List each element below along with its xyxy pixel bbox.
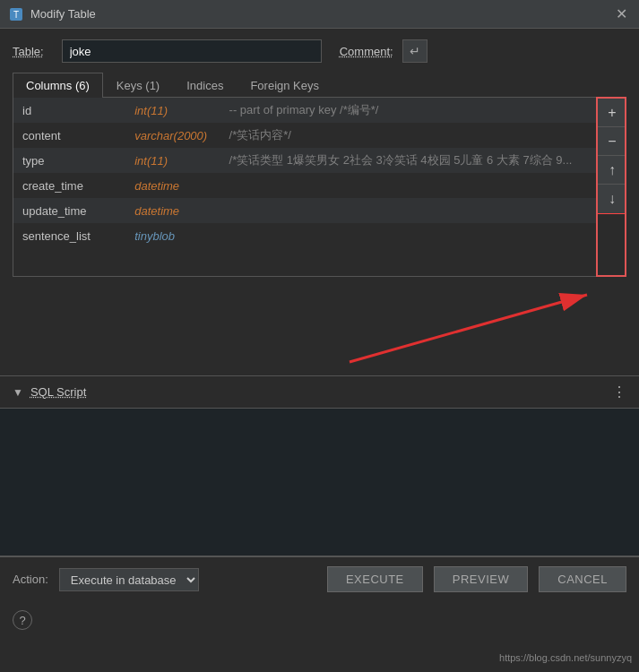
- column-comment: -- part of primary key /*编号*/: [220, 98, 597, 123]
- column-type: varchar(2000): [125, 123, 220, 148]
- column-name: type: [13, 148, 125, 173]
- table-name-input[interactable]: [62, 39, 322, 63]
- column-type: datetime: [125, 173, 220, 198]
- sql-chevron-icon: ▼: [13, 386, 23, 399]
- column-name: id: [13, 98, 125, 123]
- app-icon: T: [9, 7, 23, 22]
- column-type: datetime: [125, 198, 220, 223]
- svg-line-3: [350, 295, 587, 362]
- column-type: int(11): [125, 98, 220, 123]
- table-row[interactable]: idint(11)-- part of primary key /*编号*/: [13, 98, 597, 123]
- bottom-bar: Action: Execute in database EXECUTE PREV…: [0, 556, 639, 601]
- title-bar: T Modify Table ✕: [0, 0, 639, 29]
- columns-table: idint(11)-- part of primary key /*编号*/co…: [13, 98, 597, 276]
- column-comment: [220, 223, 597, 248]
- help-button[interactable]: ?: [13, 610, 32, 630]
- table-label: Table:: [13, 45, 44, 58]
- column-type: tinyblob: [125, 223, 220, 248]
- table-row[interactable]: update_timedatetime: [13, 198, 597, 223]
- table-row[interactable]: typeint(11)/*笑话类型 1爆笑男女 2社会 3冷笑话 4校园 5儿童…: [13, 148, 597, 173]
- column-type: int(11): [125, 148, 220, 173]
- window-title: Modify Table: [30, 7, 612, 21]
- move-down-button[interactable]: ↓: [598, 185, 626, 213]
- tab-columns[interactable]: Columns (6): [13, 73, 103, 98]
- add-row-button[interactable]: +: [598, 99, 626, 127]
- watermark: https://blog.csdn.net/sunnyzyq: [499, 652, 632, 663]
- column-comment: [220, 173, 597, 198]
- action-select[interactable]: Execute in database: [59, 568, 199, 591]
- preview-button[interactable]: PREVIEW: [434, 566, 528, 592]
- tabs-bar: Columns (6) Keys (1) Indices Foreign Key…: [13, 72, 626, 98]
- move-up-button[interactable]: ↑: [598, 156, 626, 185]
- sql-header[interactable]: ▼ SQL Script ⋮: [0, 376, 639, 409]
- arrow-annotation: [0, 277, 639, 375]
- tab-foreign-keys[interactable]: Foreign Keys: [237, 73, 332, 98]
- remove-row-button[interactable]: −: [598, 127, 626, 156]
- column-comment: /*笑话内容*/: [220, 123, 597, 148]
- close-button[interactable]: ✕: [612, 5, 630, 23]
- column-name: update_time: [13, 198, 125, 223]
- form-row: Table: Comment: ↵: [13, 39, 626, 63]
- sql-section: ▼ SQL Script ⋮: [0, 375, 639, 556]
- sql-menu-button[interactable]: ⋮: [612, 383, 626, 401]
- cancel-button[interactable]: CANCEL: [539, 566, 626, 592]
- column-name: content: [13, 123, 125, 148]
- action-buttons: + − ↑ ↓: [597, 98, 626, 214]
- table-row[interactable]: sentence_listtinyblob: [13, 223, 597, 248]
- comment-label: Comment:: [340, 45, 393, 58]
- action-buttons-container: + − ↑ ↓: [597, 98, 626, 276]
- table-row[interactable]: create_timedatetime: [13, 173, 597, 198]
- svg-text:T: T: [13, 10, 19, 20]
- execute-button[interactable]: EXECUTE: [327, 566, 423, 592]
- column-name: create_time: [13, 173, 125, 198]
- help-area: ? https://blog.csdn.net/sunnyzyq: [0, 601, 639, 639]
- table-area: idint(11)-- part of primary key /*编号*/co…: [13, 98, 626, 277]
- sql-section-title: SQL Script: [30, 385, 612, 399]
- action-label: Action:: [13, 573, 48, 586]
- tab-keys[interactable]: Keys (1): [103, 73, 173, 98]
- column-comment: /*笑话类型 1爆笑男女 2社会 3冷笑话 4校园 5儿童 6 大素 7综合 9…: [220, 148, 597, 173]
- main-content: Table: Comment: ↵ Columns (6) Keys (1) I…: [0, 29, 639, 277]
- table-row[interactable]: contentvarchar(2000)/*笑话内容*/: [13, 123, 597, 148]
- comment-section: Comment: ↵: [340, 39, 626, 63]
- sql-editor-area[interactable]: [0, 409, 639, 556]
- tab-indices[interactable]: Indices: [173, 73, 237, 98]
- column-comment: [220, 198, 597, 223]
- column-name: sentence_list: [13, 223, 125, 248]
- comment-edit-button[interactable]: ↵: [402, 39, 427, 63]
